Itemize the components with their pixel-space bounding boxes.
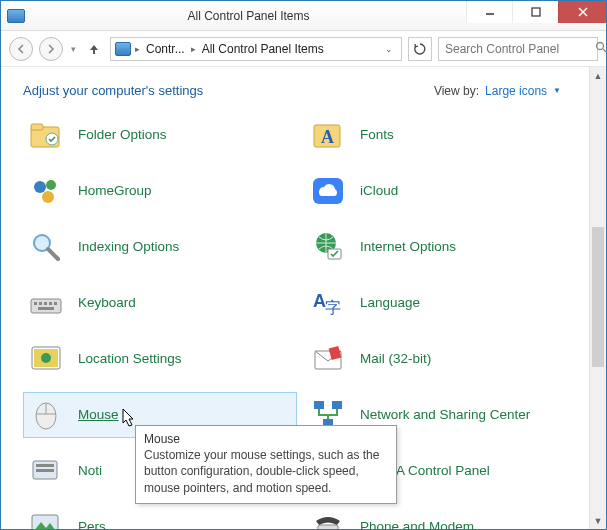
item-label: Phone and Modem	[360, 519, 474, 529]
icloud-icon	[310, 173, 346, 209]
item-label: Pers	[78, 519, 106, 529]
item-label: iCloud	[360, 183, 398, 199]
chevron-down-icon[interactable]: ▼	[553, 86, 561, 95]
homegroup-icon	[28, 173, 64, 209]
svg-rect-24	[54, 302, 57, 305]
phone-modem-icon	[310, 509, 346, 529]
svg-rect-20	[34, 302, 37, 305]
item-internet-options[interactable]: Internet Options	[305, 224, 579, 270]
fonts-icon: A	[310, 117, 346, 153]
svg-line-5	[603, 49, 606, 52]
search-icon[interactable]	[595, 41, 607, 56]
item-personalization[interactable]: Pers	[23, 504, 297, 529]
maximize-button[interactable]	[512, 1, 558, 23]
item-phone-modem[interactable]: Phone and Modem	[305, 504, 579, 529]
scroll-up-button[interactable]: ▲	[590, 67, 606, 84]
internet-options-icon	[310, 229, 346, 265]
forward-button[interactable]	[39, 37, 63, 61]
item-fonts[interactable]: A Fonts	[305, 112, 579, 158]
svg-text:字: 字	[325, 299, 341, 316]
svg-rect-41	[36, 469, 54, 472]
item-icloud[interactable]: iCloud	[305, 168, 579, 214]
page-heading: Adjust your computer's settings	[23, 83, 203, 98]
folder-options-icon	[28, 117, 64, 153]
item-folder-options[interactable]: Folder Options	[23, 112, 297, 158]
search-input[interactable]	[445, 42, 595, 56]
item-label: Language	[360, 295, 420, 311]
mouse-icon	[28, 397, 64, 433]
svg-point-11	[34, 181, 46, 193]
navigation-bar: ▾ ▸ Contr... ▸ All Control Panel Items ⌄	[1, 31, 606, 67]
view-by: View by: Large icons ▼	[434, 84, 579, 98]
svg-rect-19	[31, 299, 61, 313]
item-label: HomeGroup	[78, 183, 152, 199]
tooltip-body: Customize your mouse settings, such as t…	[144, 447, 388, 496]
view-by-label: View by:	[434, 84, 479, 98]
svg-rect-22	[44, 302, 47, 305]
item-label: Internet Options	[360, 239, 456, 255]
item-indexing-options[interactable]: Indexing Options	[23, 224, 297, 270]
svg-rect-1	[532, 8, 540, 16]
indexing-options-icon	[28, 229, 64, 265]
header-row: Adjust your computer's settings View by:…	[23, 83, 579, 98]
item-label: Fonts	[360, 127, 394, 143]
scroll-down-button[interactable]: ▼	[590, 512, 606, 529]
mail-icon	[310, 341, 346, 377]
window-buttons	[466, 1, 606, 23]
item-label: Network and Sharing Center	[360, 407, 530, 423]
language-icon: A字	[310, 285, 346, 321]
view-by-value[interactable]: Large icons	[485, 84, 547, 98]
breadcrumb-2[interactable]: All Control Panel Items	[198, 42, 328, 56]
item-homegroup[interactable]: HomeGroup	[23, 168, 297, 214]
back-button[interactable]	[9, 37, 33, 61]
address-dropdown-icon[interactable]: ⌄	[379, 44, 399, 54]
svg-rect-37	[332, 401, 342, 409]
scrollbar[interactable]: ▲ ▼	[589, 67, 606, 529]
svg-rect-44	[318, 525, 338, 529]
titlebar: All Control Panel Items	[1, 1, 606, 31]
tooltip: Mouse Customize your mouse settings, suc…	[135, 425, 397, 504]
item-keyboard[interactable]: Keyboard	[23, 280, 297, 326]
item-label: Mail (32-bit)	[360, 351, 431, 367]
item-location-settings[interactable]: Location Settings	[23, 336, 297, 382]
refresh-button[interactable]	[408, 37, 432, 61]
breadcrumb-1[interactable]: Contr...	[142, 42, 189, 56]
chevron-right-icon[interactable]: ▸	[191, 44, 196, 54]
address-bar[interactable]: ▸ Contr... ▸ All Control Panel Items ⌄	[110, 37, 402, 61]
item-language[interactable]: A字 Language	[305, 280, 579, 326]
minimize-button[interactable]	[466, 1, 512, 23]
item-label: Mouse	[78, 407, 119, 423]
svg-rect-36	[314, 401, 324, 409]
svg-rect-25	[38, 307, 54, 310]
item-mail[interactable]: Mail (32-bit)	[305, 336, 579, 382]
keyboard-icon	[28, 285, 64, 321]
window-title: All Control Panel Items	[31, 9, 466, 23]
item-label: Noti	[78, 463, 102, 479]
notification-icon	[28, 453, 64, 489]
svg-rect-23	[49, 302, 52, 305]
svg-line-16	[48, 249, 58, 259]
recent-dropdown-icon[interactable]: ▾	[69, 44, 78, 54]
control-panel-icon	[115, 42, 131, 56]
location-settings-icon	[28, 341, 64, 377]
system-icon	[7, 9, 25, 23]
svg-point-13	[42, 191, 54, 203]
svg-text:A: A	[321, 127, 334, 147]
item-label: Keyboard	[78, 295, 136, 311]
svg-point-4	[597, 43, 604, 50]
item-label: Indexing Options	[78, 239, 179, 255]
tooltip-title: Mouse	[144, 431, 388, 447]
up-button[interactable]	[84, 39, 104, 59]
item-label: Folder Options	[78, 127, 167, 143]
svg-rect-21	[39, 302, 42, 305]
svg-rect-40	[36, 464, 54, 467]
personalization-icon	[28, 509, 64, 529]
close-button[interactable]	[558, 1, 606, 23]
scroll-thumb[interactable]	[592, 227, 604, 367]
chevron-right-icon[interactable]: ▸	[135, 44, 140, 54]
search-box[interactable]	[438, 37, 598, 61]
svg-rect-7	[31, 124, 43, 130]
svg-point-30	[41, 353, 51, 363]
item-label: Location Settings	[78, 351, 182, 367]
svg-point-12	[46, 180, 56, 190]
